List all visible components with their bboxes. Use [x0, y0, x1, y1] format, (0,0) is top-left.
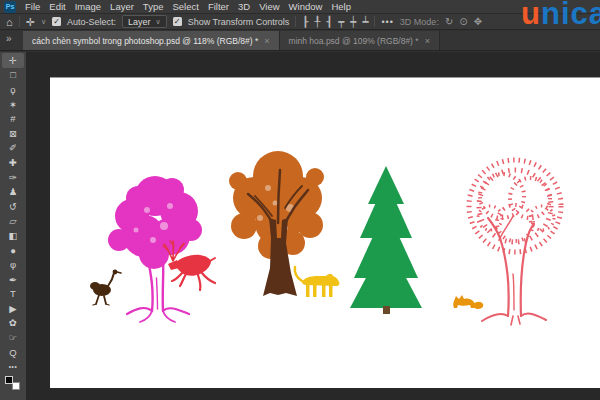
- menu-3d[interactable]: 3D: [238, 0, 250, 14]
- frame-tool[interactable]: ⊠: [2, 126, 24, 141]
- menu-bar: Ps File Edit Image Layer Type Select Fil…: [0, 0, 600, 14]
- 3d-roll-icon[interactable]: ⊙: [459, 16, 467, 27]
- 3d-pan-icon[interactable]: ✥: [474, 16, 482, 27]
- brush-tool[interactable]: ✑: [2, 170, 24, 185]
- photoshop-window: Ps File Edit Image Layer Type Select Fil…: [0, 0, 600, 400]
- background-color-swatch[interactable]: [12, 382, 20, 390]
- align-left-icon[interactable]: ┠: [302, 16, 308, 28]
- tab-title: minh hoa.psd @ 109% (RGB/8#) *: [289, 36, 419, 46]
- auto-select-label: Auto-Select:: [67, 17, 116, 27]
- custom-shape-tool[interactable]: ✿: [2, 316, 24, 331]
- unica-logo-nica: nica: [541, 0, 600, 31]
- menu-edit[interactable]: Edit: [49, 0, 65, 14]
- separator: [374, 16, 375, 27]
- move-tool-icon: ✛: [26, 15, 35, 29]
- rectangular-marquee-tool[interactable]: □: [2, 68, 24, 83]
- gradient-tool[interactable]: ◧: [2, 228, 24, 243]
- red-outline-tree-object[interactable]: [469, 160, 561, 325]
- align-top-icon[interactable]: ┯: [338, 16, 344, 28]
- healing-brush-tool[interactable]: ✚: [2, 155, 24, 170]
- path-selection-tool[interactable]: ▶: [2, 301, 24, 316]
- align-bottom-icon[interactable]: ┷: [362, 16, 368, 28]
- green-pine-tree-object[interactable]: [350, 166, 422, 314]
- 3d-mode-label: 3D Mode:: [400, 17, 439, 27]
- history-brush-tool[interactable]: ↺: [2, 199, 24, 214]
- show-transform-label: Show Transform Controls: [188, 17, 290, 27]
- menu-type[interactable]: Type: [143, 0, 164, 14]
- tools-panel: ✛ □ ϙ ✶ # ⊠ ✐ ✚ ✑ ♟ ↺ ▱ ◧ ● φ ✒ T ▶ ✿ ☞ …: [0, 52, 26, 400]
- menu-view[interactable]: View: [259, 0, 279, 14]
- close-icon[interactable]: ×: [264, 36, 269, 46]
- menu-image[interactable]: Image: [75, 0, 101, 14]
- toolbar-expand-icon[interactable]: »: [6, 33, 12, 44]
- foreground-color-swatch[interactable]: [5, 376, 13, 384]
- menu-help[interactable]: Help: [331, 0, 351, 14]
- lasso-tool[interactable]: ϙ: [2, 82, 24, 97]
- unica-logo: unica: [521, 0, 600, 32]
- eraser-tool[interactable]: ▱: [2, 214, 24, 229]
- workspace: ✛ □ ϙ ✶ # ⊠ ✐ ✚ ✑ ♟ ↺ ▱ ◧ ● φ ✒ T ▶ ✿ ☞ …: [0, 52, 600, 400]
- menu-filter[interactable]: Filter: [208, 0, 229, 14]
- move-tool[interactable]: ✛: [2, 53, 24, 68]
- eyedropper-tool[interactable]: ✐: [2, 141, 24, 156]
- separator: [19, 16, 20, 27]
- photoshop-logo-icon: Ps: [4, 1, 16, 13]
- pen-tool[interactable]: ✒: [2, 272, 24, 287]
- clone-stamp-tool[interactable]: ♟: [2, 184, 24, 199]
- dodge-tool[interactable]: φ: [2, 257, 24, 272]
- auto-select-dropdown[interactable]: Layer ∨: [122, 15, 167, 28]
- ostrich-object[interactable]: [90, 270, 121, 305]
- chevron-down-icon: ∨: [156, 18, 161, 26]
- home-icon[interactable]: ⌂: [6, 15, 13, 29]
- close-icon[interactable]: ×: [425, 36, 430, 46]
- crop-tool[interactable]: #: [2, 111, 24, 126]
- tab-title: cách chèn symbol trong photoshop.psd @ 1…: [32, 36, 258, 46]
- fox-object[interactable]: [453, 295, 483, 309]
- unica-logo-u: u: [521, 0, 541, 31]
- align-right-icon[interactable]: ┨: [326, 16, 332, 28]
- separator: [295, 16, 296, 27]
- chevron-down-icon[interactable]: ∨: [41, 18, 46, 26]
- tiger-object[interactable]: [295, 267, 340, 297]
- hand-tool[interactable]: ☞: [2, 330, 24, 345]
- tool-options-bar: ⌂ ✛ ∨ ✓ Auto-Select: Layer ∨ ✓ Show Tran…: [0, 14, 600, 30]
- more-options-icon[interactable]: •••: [381, 17, 393, 27]
- auto-select-value: Layer: [128, 17, 151, 27]
- auto-select-checkbox[interactable]: ✓: [52, 17, 61, 26]
- document-tab-bar: » cách chèn symbol trong photoshop.psd @…: [0, 31, 600, 51]
- menu-file[interactable]: File: [25, 0, 40, 14]
- magenta-tree-object[interactable]: [108, 176, 202, 322]
- tab-document-2[interactable]: minh hoa.psd @ 109% (RGB/8#) * ×: [280, 31, 440, 50]
- blur-tool[interactable]: ●: [2, 243, 24, 258]
- align-middle-icon[interactable]: ┿: [350, 16, 356, 28]
- align-center-icon[interactable]: ╀: [314, 16, 320, 28]
- tab-document-1[interactable]: cách chèn symbol trong photoshop.psd @ 1…: [23, 31, 280, 50]
- canvas-artboard[interactable]: [50, 77, 600, 388]
- orange-tree-object[interactable]: [229, 151, 324, 296]
- type-tool[interactable]: T: [2, 287, 24, 302]
- menu-layer[interactable]: Layer: [110, 0, 134, 14]
- 3d-orbit-icon[interactable]: ↻: [445, 16, 453, 27]
- menu-select[interactable]: Select: [172, 0, 198, 14]
- zoom-tool[interactable]: Q: [2, 345, 24, 360]
- edit-toolbar-icon[interactable]: •••: [2, 359, 24, 374]
- show-transform-checkbox[interactable]: ✓: [173, 17, 182, 26]
- color-swatches[interactable]: [3, 376, 23, 392]
- menu-window[interactable]: Window: [289, 0, 323, 14]
- magic-wand-tool[interactable]: ✶: [2, 97, 24, 112]
